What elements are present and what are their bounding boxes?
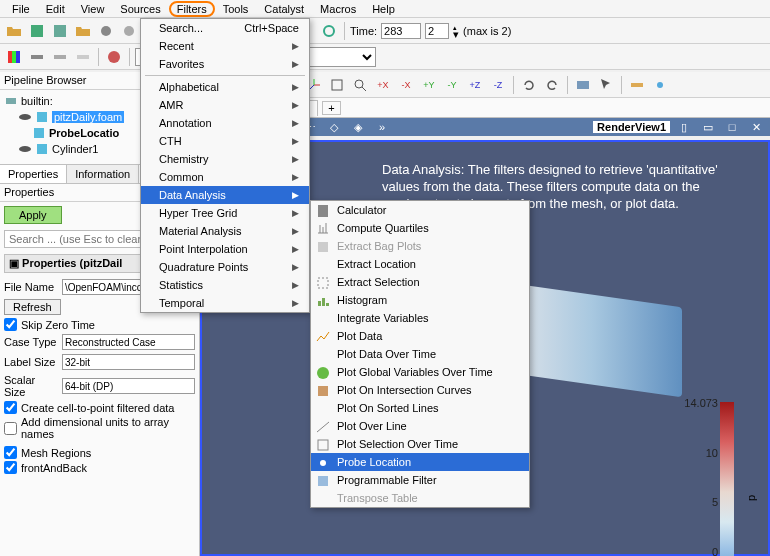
vcr-loop-icon[interactable]: [319, 21, 339, 41]
sub-plot-sel-time[interactable]: Plot Selection Over Time: [311, 435, 529, 453]
menu-help[interactable]: Help: [364, 1, 403, 17]
mesh-regions-checkbox[interactable]: [4, 446, 17, 459]
menu-view[interactable]: View: [73, 1, 113, 17]
rv-select-poly-icon[interactable]: ◇: [324, 117, 344, 137]
scalar-size-input[interactable]: [62, 378, 195, 394]
rotate-cw-icon[interactable]: [519, 75, 539, 95]
my-icon[interactable]: -Y: [442, 75, 462, 95]
edit-colormap-icon[interactable]: [104, 47, 124, 67]
sub-plot-intersect[interactable]: Plot On Intersection Curves: [311, 381, 529, 399]
frontback-checkbox[interactable]: [4, 461, 17, 474]
probe-icon[interactable]: [650, 75, 670, 95]
svg-rect-5: [8, 51, 12, 63]
split-h-icon[interactable]: ▯: [674, 117, 694, 137]
menu-filters[interactable]: Filters: [169, 1, 215, 17]
sub-plot-data[interactable]: Plot Data: [311, 327, 529, 345]
menu-macros[interactable]: Macros: [312, 1, 364, 17]
svg-rect-31: [322, 298, 325, 306]
menu-chemistry[interactable]: Chemistry▶: [141, 150, 309, 168]
menu-temporal[interactable]: Temporal▶: [141, 294, 309, 312]
tab-information[interactable]: Information: [67, 165, 139, 183]
sub-calculator[interactable]: Calculator: [311, 201, 529, 219]
menu-data-analysis[interactable]: Data Analysis▶: [141, 186, 309, 204]
color-by-icon[interactable]: [4, 47, 24, 67]
split-v-icon[interactable]: ▭: [698, 117, 718, 137]
refresh-button[interactable]: Refresh: [4, 299, 61, 315]
menu-tools[interactable]: Tools: [215, 1, 257, 17]
menu-statistics[interactable]: Statistics▶: [141, 276, 309, 294]
py-icon[interactable]: +Y: [419, 75, 439, 95]
sub-plot-sorted[interactable]: Plot On Sorted Lines: [311, 399, 529, 417]
case-type-input[interactable]: [62, 334, 195, 350]
select-icon[interactable]: [596, 75, 616, 95]
sub-plot-data-time[interactable]: Plot Data Over Time: [311, 345, 529, 363]
mx-icon[interactable]: -X: [396, 75, 416, 95]
menu-quadrature[interactable]: Quadrature Points▶: [141, 258, 309, 276]
menu-cth[interactable]: CTH▶: [141, 132, 309, 150]
menu-edit[interactable]: Edit: [38, 1, 73, 17]
pz-icon[interactable]: +Z: [465, 75, 485, 95]
menu-favorites[interactable]: Favorites▶: [141, 55, 309, 73]
close-view-icon[interactable]: ✕: [746, 117, 766, 137]
camera-reset-icon[interactable]: [327, 75, 347, 95]
apply-button[interactable]: Apply: [4, 206, 62, 224]
ruler-icon[interactable]: [627, 75, 647, 95]
svg-rect-34: [318, 386, 328, 396]
sub-extract-selection[interactable]: Extract Selection: [311, 273, 529, 291]
color-legend[interactable]: [720, 402, 734, 556]
disconnect-icon[interactable]: [119, 21, 139, 41]
tab-properties[interactable]: Properties: [0, 165, 67, 183]
add-dim-checkbox[interactable]: [4, 422, 17, 435]
sub-probe-location[interactable]: Probe Location: [311, 453, 529, 471]
zoom-icon[interactable]: [350, 75, 370, 95]
rescale-custom-icon[interactable]: [50, 47, 70, 67]
sub-quartiles[interactable]: Compute Quartiles: [311, 219, 529, 237]
rescale-icon[interactable]: [27, 47, 47, 67]
save-icon[interactable]: [27, 21, 47, 41]
menu-alphabetical[interactable]: Alphabetical▶: [141, 78, 309, 96]
sub-extract-location[interactable]: Extract Location: [311, 255, 529, 273]
rescale-visible-icon[interactable]: [73, 47, 93, 67]
cube-icon: [32, 126, 46, 140]
menu-annotation[interactable]: Annotation▶: [141, 114, 309, 132]
menu-pointinterp[interactable]: Point Interpolation▶: [141, 240, 309, 258]
menu-catalyst[interactable]: Catalyst: [256, 1, 312, 17]
sub-plot-line[interactable]: Plot Over Line: [311, 417, 529, 435]
add-tab-button[interactable]: +: [322, 101, 340, 115]
menu-file[interactable]: File: [4, 1, 38, 17]
maximize-icon[interactable]: □: [722, 117, 742, 137]
menu-recent[interactable]: Recent▶: [141, 37, 309, 55]
screenshot-icon[interactable]: [573, 75, 593, 95]
menu-common[interactable]: Common▶: [141, 168, 309, 186]
eye-icon[interactable]: [18, 110, 32, 124]
time-value-input[interactable]: [381, 23, 421, 39]
menu-hypertree[interactable]: Hyper Tree Grid▶: [141, 204, 309, 222]
time-frame-input[interactable]: [425, 23, 449, 39]
open-icon[interactable]: [4, 21, 24, 41]
menu-amr[interactable]: AMR▶: [141, 96, 309, 114]
folder-icon[interactable]: [73, 21, 93, 41]
rv-more-icon[interactable]: »: [372, 117, 392, 137]
cell-to-point-checkbox[interactable]: [4, 401, 17, 414]
eye-icon[interactable]: [18, 142, 32, 156]
sub-histogram[interactable]: Histogram: [311, 291, 529, 309]
sub-integrate[interactable]: Integrate Variables: [311, 309, 529, 327]
probe-icon: [315, 455, 331, 471]
time-label: Time:: [350, 25, 377, 37]
menu-sources[interactable]: Sources: [112, 1, 168, 17]
menu-search[interactable]: Search...Ctrl+Space: [141, 19, 309, 37]
svg-rect-23: [577, 81, 589, 89]
sub-programmable[interactable]: Programmable Filter: [311, 471, 529, 489]
skip-zero-checkbox[interactable]: [4, 318, 17, 331]
svg-rect-8: [31, 55, 43, 59]
mz-icon[interactable]: -Z: [488, 75, 508, 95]
rotate-ccw-icon[interactable]: [542, 75, 562, 95]
px-icon[interactable]: +X: [373, 75, 393, 95]
svg-rect-29: [318, 278, 328, 288]
label-size-input[interactable]: [62, 354, 195, 370]
menu-material[interactable]: Material Analysis▶: [141, 222, 309, 240]
rv-hover-icon[interactable]: ◈: [348, 117, 368, 137]
connect-icon[interactable]: [96, 21, 116, 41]
save-data-icon[interactable]: [50, 21, 70, 41]
sub-plot-global[interactable]: Plot Global Variables Over Time: [311, 363, 529, 381]
